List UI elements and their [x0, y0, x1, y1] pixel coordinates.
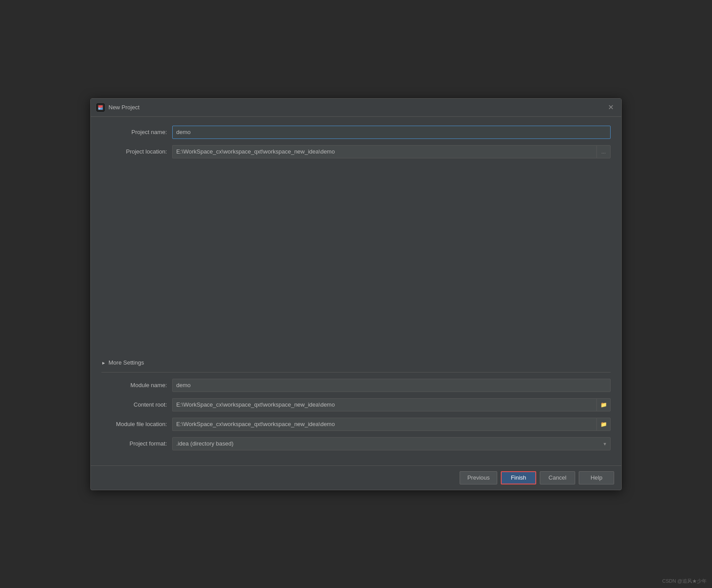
project-name-label: Project name: — [101, 129, 172, 135]
dialog-footer: Previous Finish Cancel Help — [91, 465, 621, 490]
close-button[interactable]: ✕ — [605, 102, 616, 113]
content-root-label: Content root: — [101, 401, 172, 408]
content-root-browse-button[interactable]: 📁 — [596, 398, 611, 411]
browse-icon: ... — [601, 149, 606, 155]
svg-text:U: U — [98, 107, 100, 110]
browse-folder-icon: 📁 — [600, 402, 607, 408]
project-name-input[interactable] — [172, 126, 611, 139]
dialog-title: New Project — [108, 104, 139, 111]
module-file-location-input[interactable] — [172, 418, 596, 431]
module-file-location-label: Module file location: — [101, 421, 172, 427]
svg-marker-3 — [102, 362, 105, 365]
content-root-input-group: 📁 — [172, 398, 611, 411]
project-location-input[interactable] — [172, 145, 596, 158]
module-name-label: Module name: — [101, 382, 172, 388]
dialog-content: Project name: Project location: ... — [91, 117, 621, 465]
new-project-dialog: U New Project ✕ Project name: Project lo… — [90, 98, 622, 490]
module-file-location-browse-button[interactable]: 📁 — [596, 418, 611, 431]
project-format-row: Project format: .idea (directory based) … — [101, 437, 611, 450]
settings-separator — [101, 372, 611, 373]
project-location-input-group: ... — [172, 145, 611, 158]
project-format-select-wrapper: .idea (directory based) .ipr (file based… — [172, 437, 611, 450]
module-file-location-row: Module file location: 📁 — [101, 418, 611, 431]
module-file-location-input-group: 📁 — [172, 418, 611, 431]
title-bar: U New Project ✕ — [91, 99, 621, 117]
project-name-row: Project name: — [101, 126, 611, 139]
watermark: CSDN @追风★少年 — [662, 578, 707, 584]
content-root-row: Content root: 📁 — [101, 398, 611, 411]
empty-space — [101, 165, 611, 350]
module-name-row: Module name: — [101, 379, 611, 392]
more-settings-label: More Settings — [108, 359, 144, 366]
collapse-triangle-icon — [101, 360, 106, 365]
module-name-input[interactable] — [172, 379, 611, 392]
idea-icon: U — [96, 103, 105, 112]
more-settings-section: More Settings Module name: Content root:… — [101, 359, 611, 450]
project-location-label: Project location: — [101, 148, 172, 155]
finish-button[interactable]: Finish — [501, 471, 536, 484]
project-location-row: Project location: ... — [101, 145, 611, 158]
project-location-browse-button[interactable]: ... — [596, 145, 611, 158]
browse-folder-icon-2: 📁 — [600, 421, 607, 427]
more-settings-header[interactable]: More Settings — [101, 359, 611, 366]
cancel-button[interactable]: Cancel — [540, 471, 575, 484]
project-format-label: Project format: — [101, 440, 172, 447]
help-button[interactable]: Help — [579, 471, 614, 484]
title-bar-left: U New Project — [96, 103, 139, 112]
project-format-select[interactable]: .idea (directory based) .ipr (file based… — [172, 437, 611, 450]
content-root-input[interactable] — [172, 398, 596, 411]
previous-button[interactable]: Previous — [460, 471, 497, 484]
